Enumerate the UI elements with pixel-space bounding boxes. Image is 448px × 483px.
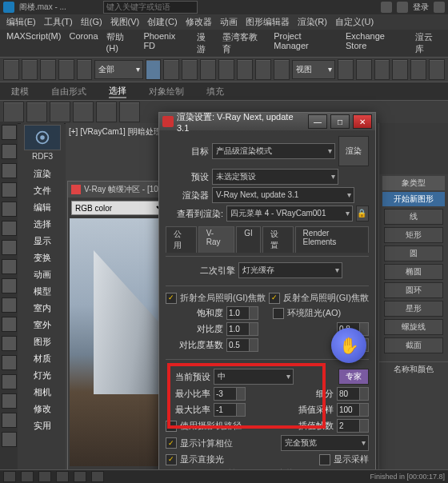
- obj-rect[interactable]: 矩形: [384, 227, 443, 243]
- tool-window-icon[interactable]: [200, 59, 216, 80]
- tool-unlink-icon[interactable]: [58, 59, 74, 80]
- tool-pctsnap-icon[interactable]: [429, 59, 445, 80]
- ltool-3-icon[interactable]: [2, 163, 17, 178]
- ao-checkbox[interactable]: [273, 308, 284, 319]
- ltool-2-icon[interactable]: [2, 144, 17, 159]
- showdirect-checkbox[interactable]: ✓: [166, 454, 177, 465]
- refract-gi-checkbox[interactable]: ✓: [166, 293, 177, 304]
- ltool-8-icon[interactable]: [2, 259, 17, 274]
- tray-4-icon[interactable]: [56, 471, 69, 482]
- contrast-spinner[interactable]: 1.0: [226, 322, 258, 336]
- cat-select[interactable]: 选择: [21, 216, 64, 233]
- cat-modify[interactable]: 修改: [21, 401, 64, 417]
- cat-camera[interactable]: 相机: [21, 384, 64, 401]
- menu-anim[interactable]: 动画: [220, 16, 238, 28]
- cat-material[interactable]: 材质: [21, 350, 64, 367]
- current-preset-dropdown[interactable]: 中: [214, 369, 294, 385]
- menu-render[interactable]: 渲染(R): [298, 16, 327, 28]
- ribbon-fill[interactable]: 填充: [206, 86, 224, 98]
- maximize-button[interactable]: □: [330, 114, 350, 129]
- ribbon-selection[interactable]: 选择: [109, 85, 126, 98]
- ltool-10-icon[interactable]: [2, 297, 17, 313]
- ltool-6-icon[interactable]: [2, 221, 17, 236]
- obj-helix[interactable]: 螺旋线: [384, 319, 443, 335]
- close-button[interactable]: ✕: [353, 114, 372, 129]
- cat-light[interactable]: 灯光: [21, 367, 64, 384]
- maxrate-spinner[interactable]: -1: [214, 403, 246, 417]
- ltool-13-icon[interactable]: [2, 355, 17, 370]
- obj-ellipse[interactable]: 椭圆: [384, 264, 443, 280]
- cat-display[interactable]: 显示: [21, 233, 64, 249]
- viewto-dropdown[interactable]: 四元菜单 4 - VRayCam001: [226, 206, 353, 222]
- secondary-engine-dropdown[interactable]: 灯光缓存: [238, 262, 342, 278]
- tray-5-icon[interactable]: [74, 471, 86, 482]
- menu-corona[interactable]: Corona: [69, 31, 98, 55]
- minimize-button[interactable]: —: [308, 114, 327, 129]
- menu-modifier[interactable]: 修改器: [186, 16, 212, 28]
- expert-button[interactable]: 专家: [338, 369, 369, 385]
- ltool-11-icon[interactable]: [2, 317, 17, 332]
- cat-shape[interactable]: 图形: [21, 333, 64, 350]
- ltool-1-icon[interactable]: [2, 125, 17, 140]
- tool-undo-icon[interactable]: [3, 59, 19, 80]
- subdiv-spinner[interactable]: 80: [337, 387, 369, 401]
- ltool-17-icon[interactable]: [2, 432, 17, 447]
- obj-section[interactable]: 截面: [384, 337, 443, 353]
- cat-model[interactable]: 模型: [21, 283, 64, 300]
- obj-star[interactable]: 星形: [384, 301, 443, 317]
- cat-transform[interactable]: 变换: [21, 249, 64, 266]
- tool-select-icon[interactable]: [146, 59, 162, 80]
- dialog-titlebar[interactable]: 渲染设置: V-Ray Next, update 3.1 — □ ✕: [159, 113, 375, 130]
- rtool-3-icon[interactable]: [50, 102, 70, 122]
- menu-custom[interactable]: 自定义(U): [335, 16, 374, 28]
- render-button[interactable]: 渲染: [338, 136, 369, 166]
- help-icon[interactable]: [381, 2, 392, 13]
- tool-redo-icon[interactable]: [22, 59, 38, 80]
- tab-gi[interactable]: GI: [236, 226, 261, 253]
- contrast-base-spinner[interactable]: 0.5: [226, 338, 258, 352]
- ltool-9-icon[interactable]: [2, 278, 17, 293]
- ltool-4-icon[interactable]: [2, 182, 17, 198]
- menu-exstore[interactable]: Exchange Store: [346, 31, 407, 55]
- menu-view[interactable]: 视图(V): [110, 16, 140, 28]
- cat-file[interactable]: 文件: [21, 182, 64, 199]
- rtool-5-icon[interactable]: [96, 102, 117, 122]
- target-dropdown[interactable]: 产品级渲染模式: [212, 143, 335, 159]
- menu-roam[interactable]: 漫游: [197, 31, 214, 55]
- cat-anim[interactable]: 动画: [21, 266, 64, 283]
- viewport-label[interactable]: [+] [VRayCam1] [明暗处理]: [69, 126, 164, 138]
- tab-renderelements[interactable]: Render Elements: [295, 226, 369, 253]
- viewto-lock-icon[interactable]: 🔒: [356, 206, 369, 222]
- menu-edit[interactable]: 编辑(E): [6, 16, 36, 28]
- ribbon-objectpaint[interactable]: 对象绘制: [149, 86, 184, 98]
- obj-donut[interactable]: 圆环: [384, 282, 443, 298]
- tray-2-icon[interactable]: [21, 471, 34, 482]
- obj-line[interactable]: 线: [384, 209, 443, 225]
- ltool-5-icon[interactable]: [2, 202, 17, 217]
- tool-selectname-icon[interactable]: [163, 59, 179, 80]
- cat-utility[interactable]: 实用: [21, 417, 64, 434]
- render-settings-dialog[interactable]: 渲染设置: V-Ray Next, update 3.1 — □ ✕ 目标 产品…: [158, 112, 376, 473]
- cat-indoor[interactable]: 室内: [21, 300, 64, 317]
- tool-rectsel-icon[interactable]: [182, 59, 198, 80]
- showsamples-checkbox[interactable]: [319, 454, 330, 465]
- showcalc-checkbox[interactable]: ✓: [166, 437, 177, 449]
- camerapath-checkbox[interactable]: [166, 421, 177, 432]
- tray-6-icon[interactable]: [91, 471, 104, 482]
- rtool-4-icon[interactable]: [73, 102, 94, 122]
- expand-icon[interactable]: [434, 2, 445, 13]
- tray-3-icon[interactable]: [38, 471, 51, 482]
- ltool-7-icon[interactable]: [2, 240, 17, 255]
- tool-scale-icon[interactable]: [255, 59, 271, 80]
- tool-rotate-icon[interactable]: [237, 59, 253, 80]
- preset-dropdown[interactable]: 未选定预设: [212, 169, 338, 185]
- selection-filter-dropdown[interactable]: 全部: [94, 60, 142, 79]
- reflect-gi-checkbox[interactable]: ✓: [269, 293, 280, 304]
- ribbon-freeform[interactable]: 自由形式: [51, 86, 86, 98]
- vfb-channel-dropdown[interactable]: RGB color: [71, 201, 167, 215]
- cat-edit[interactable]: 编辑: [21, 199, 64, 216]
- tab-common[interactable]: 公用: [166, 226, 197, 253]
- ltool-16-icon[interactable]: [2, 413, 17, 428]
- refcoord-dropdown[interactable]: 视图: [292, 60, 335, 79]
- menu-maxscript[interactable]: MAXScript(M): [6, 31, 61, 55]
